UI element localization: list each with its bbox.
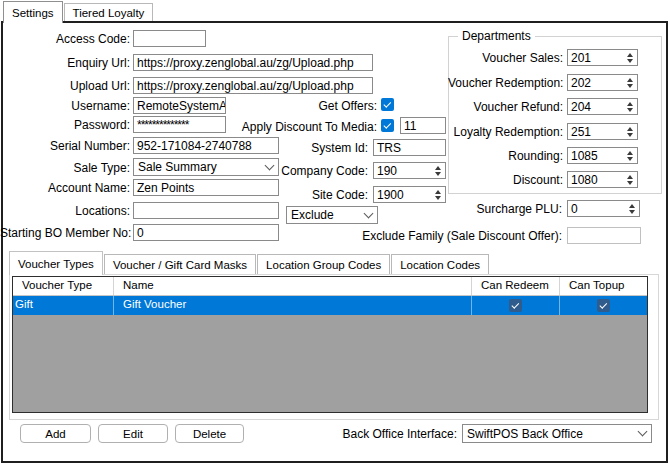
starting-bo-member-no-input[interactable]: 0 xyxy=(133,224,279,241)
column-header-can-redeem[interactable]: Can Redeem xyxy=(472,277,560,295)
company-code-stepper[interactable]: 190 xyxy=(373,162,446,179)
add-button[interactable]: Add xyxy=(20,424,91,443)
departments-group-title: Departments xyxy=(458,29,535,43)
tab-location-group-codes[interactable]: Location Group Codes xyxy=(257,254,390,274)
can-topup-checkbox[interactable] xyxy=(597,299,610,312)
column-header-voucher-type[interactable]: Voucher Type xyxy=(13,277,114,295)
loyalty-redemption-stepper[interactable]: 251 xyxy=(567,123,638,140)
access-code-input[interactable] xyxy=(133,30,206,47)
locations-input[interactable] xyxy=(133,202,279,219)
spinner xyxy=(622,124,637,139)
tab-voucher-types-label: Voucher Types xyxy=(18,258,94,270)
stepper-up-icon[interactable] xyxy=(627,53,633,57)
discount-label: Discount: xyxy=(448,173,563,187)
voucher-types-table: Voucher Type Name Can Redeem Can Topup G… xyxy=(12,276,648,413)
can-redeem-checkbox[interactable] xyxy=(509,299,522,312)
cell-can-topup xyxy=(560,296,647,315)
locations-label: Locations: xyxy=(0,204,130,218)
table-header-row: Voucher Type Name Can Redeem Can Topup xyxy=(13,277,647,296)
surcharge-plu-stepper[interactable]: 0 xyxy=(567,200,640,217)
edit-button[interactable]: Edit xyxy=(98,424,168,443)
tab-voucher-gift-card-masks[interactable]: Voucher / Gift Card Masks xyxy=(104,254,256,274)
voucher-sales-stepper[interactable]: 201 xyxy=(567,49,638,66)
site-code-stepper[interactable]: 1900 xyxy=(373,186,446,203)
enquiry-url-label: Enquiry Url: xyxy=(0,56,130,70)
tab-location-codes[interactable]: Location Codes xyxy=(391,254,489,274)
system-id-label: System Id: xyxy=(180,141,368,155)
back-office-interface-dropdown[interactable]: SwiftPOS Back Office xyxy=(462,424,652,443)
column-header-name[interactable]: Name xyxy=(114,277,472,295)
top-tabstrip: Settings Tiered Loyalty xyxy=(3,1,154,23)
voucher-refund-label: Voucher Refund: xyxy=(448,100,563,114)
stepper-up-icon[interactable] xyxy=(627,175,633,179)
stepper-down-icon[interactable] xyxy=(435,196,441,200)
voucher-refund-stepper[interactable]: 204 xyxy=(567,98,638,115)
voucher-redemption-label: Voucher Redemption: xyxy=(448,76,563,90)
discount-stepper[interactable]: 1080 xyxy=(567,171,638,188)
system-id-input[interactable]: TRS xyxy=(373,139,446,156)
apply-discount-media-input[interactable]: 11 xyxy=(400,117,446,134)
get-offers-label: Get Offers: xyxy=(180,99,377,113)
stepper-up-icon[interactable] xyxy=(627,127,633,131)
get-offers-checkbox[interactable] xyxy=(381,98,394,111)
sale-type-label: Sale Type: xyxy=(0,161,130,175)
back-office-interface-label: Back Office Interface: xyxy=(340,427,457,441)
stepper-down-icon[interactable] xyxy=(627,59,633,63)
tab-voucher-gift-card-masks-label: Voucher / Gift Card Masks xyxy=(113,259,247,271)
password-label: Password: xyxy=(0,118,130,132)
stepper-up-icon[interactable] xyxy=(629,204,635,208)
stepper-down-icon[interactable] xyxy=(629,210,635,214)
settings-window: Settings Tiered Loyalty Access Code: Enq… xyxy=(0,0,670,465)
column-header-can-topup[interactable]: Can Topup xyxy=(560,277,647,295)
upload-url-input[interactable]: https://proxy.zenglobal.au/zg/Upload.php xyxy=(133,77,373,94)
stepper-down-icon[interactable] xyxy=(627,181,633,185)
stepper-down-icon[interactable] xyxy=(627,84,633,88)
chevron-down-icon xyxy=(364,208,374,218)
site-code-label: Site Code: xyxy=(180,188,368,202)
checkmark-icon xyxy=(383,100,390,107)
exclude-dropdown[interactable]: Exclude xyxy=(286,206,378,224)
username-label: Username: xyxy=(0,99,130,113)
serial-number-label: Serial Number: xyxy=(0,139,130,153)
rounding-stepper[interactable]: 1085 xyxy=(567,147,638,164)
stepper-up-icon[interactable] xyxy=(627,102,633,106)
stepper-up-icon[interactable] xyxy=(627,78,633,82)
spinner xyxy=(622,99,637,114)
spinner xyxy=(622,50,637,65)
tab-location-group-codes-label: Location Group Codes xyxy=(266,259,381,271)
tab-location-codes-label: Location Codes xyxy=(400,259,480,271)
tab-tiered-loyalty-label: Tiered Loyalty xyxy=(73,7,145,19)
stepper-up-icon[interactable] xyxy=(435,166,441,170)
apply-discount-to-media-checkbox[interactable] xyxy=(381,119,394,132)
spinner xyxy=(430,187,445,202)
tab-voucher-types[interactable]: Voucher Types xyxy=(9,251,103,275)
voucher-redemption-stepper[interactable]: 202 xyxy=(567,74,638,91)
cell-voucher-type: Gift xyxy=(13,296,114,315)
access-code-label: Access Code: xyxy=(0,32,130,46)
stepper-up-icon[interactable] xyxy=(627,151,633,155)
stepper-down-icon[interactable] xyxy=(627,133,633,137)
checkmark-icon xyxy=(599,301,606,308)
cell-can-redeem xyxy=(472,296,560,315)
tab-tiered-loyalty[interactable]: Tiered Loyalty xyxy=(64,3,154,21)
rounding-label: Rounding: xyxy=(448,149,563,163)
stepper-up-icon[interactable] xyxy=(435,190,441,194)
exclude-family-input[interactable] xyxy=(567,227,641,244)
table-row[interactable]: Gift Gift Voucher xyxy=(13,296,647,315)
spinner xyxy=(430,163,445,178)
stepper-down-icon[interactable] xyxy=(627,108,633,112)
spinner xyxy=(622,75,637,90)
cell-name: Gift Voucher xyxy=(114,296,472,315)
enquiry-url-input[interactable]: https://proxy.zenglobal.au/zg/Upload.php xyxy=(133,54,373,71)
spinner xyxy=(622,172,637,187)
upload-url-label: Upload Url: xyxy=(0,79,130,93)
exclude-family-label: Exclude Family (Sale Discount Offer): xyxy=(330,229,562,243)
stepper-down-icon[interactable] xyxy=(435,172,441,176)
delete-button[interactable]: Delete xyxy=(175,424,244,443)
chevron-down-icon xyxy=(638,427,648,437)
tab-settings[interactable]: Settings xyxy=(3,1,63,23)
stepper-down-icon[interactable] xyxy=(627,157,633,161)
tab-settings-label: Settings xyxy=(12,7,54,19)
spinner xyxy=(624,201,639,216)
apply-discount-to-media-label: Apply Discount To Media: xyxy=(160,120,377,134)
